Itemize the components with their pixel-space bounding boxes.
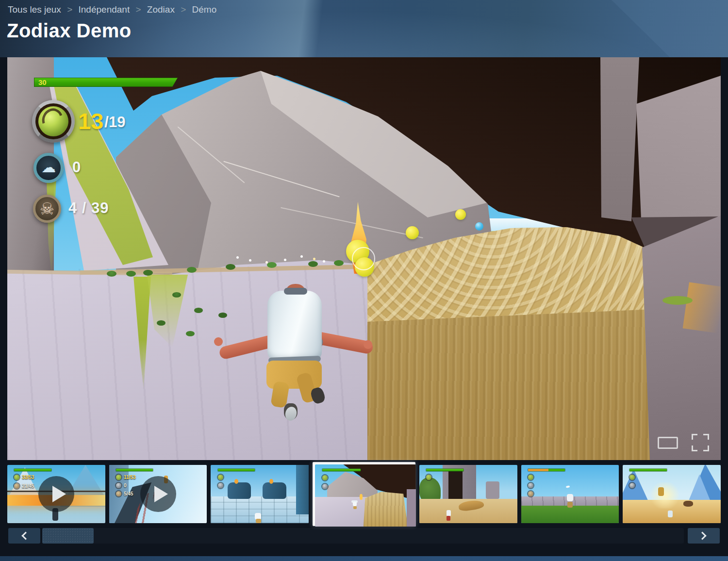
collectible-orb-blue [475,222,483,231]
page-header: Tous les jeux > Indépendant > Zodiax > D… [0,0,728,57]
thumb-health-bar [426,469,463,471]
grass-tufts [172,292,181,297]
breadcrumb-separator: > [135,4,141,15]
thumb-figure-legs [567,502,573,508]
collectible-orb [455,209,466,220]
thumb-creature [683,501,693,507]
thumb-health-bar [218,469,255,471]
thumb-hud-value: 5/45 [124,491,133,496]
theater-mode-icon[interactable] [658,437,678,449]
breadcrumb: Tous les jeux > Indépendant > Zodiax > D… [8,4,216,15]
thumb-health-bar [322,469,361,471]
thumb-health-bar [14,469,51,471]
thumb-health-bar [116,469,153,471]
thumb-figure-legs [447,516,450,521]
cloud-counter-icon: ☁ [33,153,64,183]
thumb-health-bar [629,469,667,471]
thumbnail-5[interactable] [419,465,517,523]
fruit-counter-icon [32,100,75,143]
thumb-figure-legs [353,506,357,509]
thumb-flame [234,479,238,484]
thumbnail-4-selected[interactable] [313,462,415,526]
cloud-icon: ☁ [41,159,56,176]
thumb-figure [567,494,573,501]
thumb-pillar [296,465,309,514]
thumbnail-6[interactable] [521,465,619,523]
thumb-hud-icon [218,483,223,488]
thumb-hud-icon [116,483,121,488]
breadcrumb-demo[interactable]: Démo [192,4,217,15]
thumb-sand-streaks [364,492,408,527]
thumb-hud-icon [528,491,533,496]
rock-streak-layer [683,282,721,333]
breadcrumb-all-games[interactable]: Tous les jeux [8,4,61,15]
thumbnail-video-2[interactable]: 11/53 0 5/45 [109,465,207,523]
thumb-hud-icon [322,475,328,480]
play-button[interactable] [38,476,74,512]
thumb-hud-icon [218,475,223,480]
fullscreen-icon[interactable] [692,434,709,451]
thumb-figure-legs [256,519,261,523]
thumbnail-7[interactable] [623,465,721,523]
thumb-hud-value: 11/53 [124,475,135,480]
fruit-total: /19 [104,114,125,131]
fullscreen-corner [703,434,709,440]
player-character [216,283,366,429]
thumbnail-strip: 33/53 21/45 11/53 0 5/45 [7,465,721,529]
breadcrumb-indie[interactable]: Indépendant [79,4,130,15]
moss-layer [662,296,693,305]
thumb-pedestal [228,482,251,499]
fullscreen-corner [692,434,697,440]
chevron-right-icon [698,532,707,540]
character-hand [214,337,223,346]
thumb-grass [521,506,619,523]
thumb-flame [360,494,363,500]
scrollbar-thumb[interactable] [42,528,94,544]
health-value: 30 [34,78,47,86]
fullscreen-corner [692,446,697,451]
thumb-hud-icon [116,491,121,496]
thumb-rock [407,489,416,527]
scrollbar-track[interactable] [42,528,684,544]
thumb-glow [648,482,682,509]
next-section-edge [0,556,728,561]
thumb-figure [447,510,451,516]
collectible-orb [406,226,419,239]
fullscreen-corner [703,446,709,451]
collectible-ring [352,247,375,270]
character-torso [267,291,322,362]
screenshot-viewer: 30 13 /19 ☁ 0 ☠ 4 / 39 [7,57,721,460]
page-title: Zodiax Demo [7,20,132,42]
thumb-figure [353,502,357,506]
thumb-hud-value: 33/53 [22,475,34,480]
thumb-health-bar [528,469,565,471]
thumb-hud-icon [322,484,328,489]
thumb-hud-icon [528,483,533,488]
next-button[interactable] [688,528,720,544]
breadcrumb-zodiax[interactable]: Zodiax [147,4,175,15]
thumb-statue [658,487,664,496]
skull-counter-icon: ☠ [33,195,61,223]
skull-icon: ☠ [40,199,54,218]
thumbnail-video-1[interactable]: 33/53 21/45 [7,465,105,523]
thumb-hud-value: 0 [124,483,127,488]
play-icon [154,486,168,502]
fruit-counter: 13 /19 [78,104,125,138]
store-page: Tous les jeux > Indépendant > Zodiax > D… [0,0,728,561]
thumbnail-3[interactable] [211,465,309,523]
character-hand [364,340,372,349]
thumb-pedestal [263,482,286,499]
thumb-cliff [315,497,370,527]
thumb-rock [486,481,499,499]
thumbnail-pager [7,528,721,544]
skull-counter: 4 / 39 [68,199,109,217]
breadcrumb-separator: > [67,4,72,15]
flowers [236,256,239,259]
thumb-hud-value: 21/45 [22,483,34,489]
play-button[interactable] [140,476,176,512]
character-collar [284,288,307,295]
health-bar: 30 [34,78,178,87]
prev-button[interactable] [8,528,40,544]
grass-tufts [107,271,116,277]
breadcrumb-separator: > [181,4,186,15]
